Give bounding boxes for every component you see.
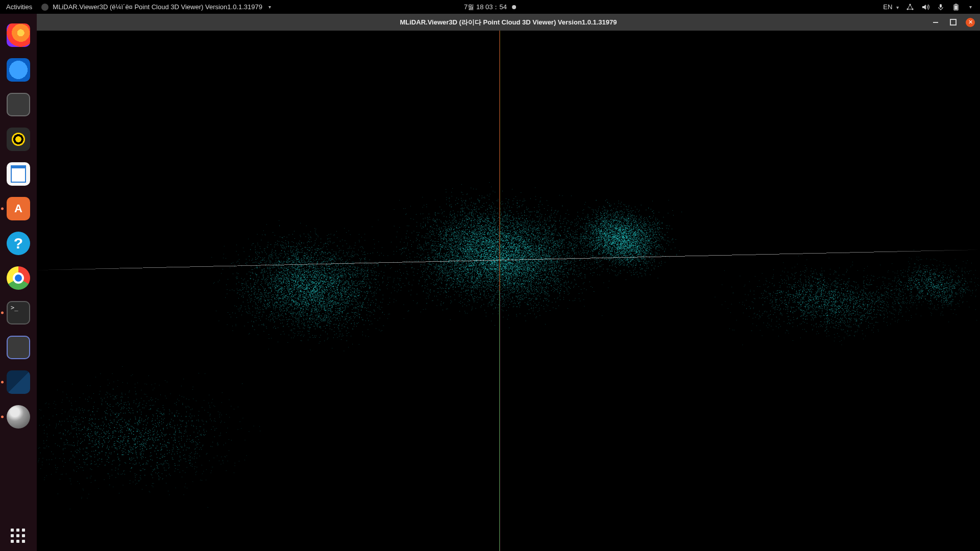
window-title: MLiDAR.Viewer3D (라이다 Point Cloud 3D View… (400, 18, 617, 27)
network-icon[interactable] (906, 3, 914, 11)
chevron-down-icon: ▾ (896, 5, 899, 10)
app-menu[interactable]: MLiDAR.Viewer3D (ë¼ì´ë¤ Point Cloud 3D V… (41, 3, 271, 11)
dock-item-chrome[interactable] (5, 265, 32, 291)
dock-item-mlidar[interactable] (5, 404, 32, 430)
dock-item-writer[interactable] (5, 161, 32, 187)
microphone-icon[interactable] (937, 3, 945, 11)
chrome-icon (7, 266, 30, 290)
axis-vertical (499, 31, 500, 551)
image-viewer-icon (7, 370, 30, 394)
pointcloud-canvas (37, 31, 980, 551)
clock[interactable]: 7월 18 03：54 (464, 3, 516, 12)
mlidar-icon (7, 405, 30, 429)
pointcloud-viewport[interactable] (37, 31, 980, 551)
show-applications-button[interactable] (0, 529, 37, 544)
app-menu-label: MLiDAR.Viewer3D (ë¼ì´ë¤ Point Cloud 3D V… (53, 3, 262, 11)
gnome-topbar: Activities MLiDAR.Viewer3D (ë¼ì´ë¤ Point… (0, 0, 980, 14)
dock-item-software[interactable] (5, 195, 32, 222)
screenshot-icon (7, 336, 30, 359)
help-icon: ? (7, 232, 30, 255)
chevron-down-icon: ▾ (268, 4, 271, 10)
dock-item-image-viewer[interactable] (5, 369, 32, 395)
rhythmbox-icon (7, 128, 30, 151)
dock-item-rhythmbox[interactable] (5, 126, 32, 153)
window-minimize-button[interactable] (931, 18, 940, 27)
dock-item-screenshot[interactable] (5, 334, 32, 361)
window-close-button[interactable] (966, 18, 975, 27)
mlidar-window: MLiDAR.Viewer3D (라이다 Point Cloud 3D View… (37, 14, 980, 551)
terminal-icon (7, 301, 30, 324)
dock-item-firefox[interactable] (5, 22, 32, 48)
thunderbird-icon (7, 58, 30, 82)
firefox-icon (7, 23, 30, 47)
activities-button[interactable]: Activities (6, 3, 32, 11)
apps-grid-icon (11, 529, 26, 544)
axis-aux-down-icon (500, 291, 500, 551)
dock-item-terminal[interactable] (5, 299, 32, 326)
notification-dot-icon (512, 5, 516, 9)
dock-item-help[interactable]: ? (5, 230, 32, 257)
ubuntu-dock: ? (0, 14, 37, 551)
svg-rect-6 (954, 5, 958, 9)
input-source-button[interactable]: EN ▾ (883, 3, 899, 11)
svg-rect-5 (955, 4, 957, 5)
software-icon (7, 197, 30, 220)
app-menu-icon (41, 4, 48, 11)
battery-icon[interactable] (952, 3, 960, 11)
writer-icon (7, 162, 30, 186)
dock-item-files[interactable] (5, 91, 32, 118)
axis-aux-up-icon (500, 31, 500, 291)
window-titlebar[interactable]: MLiDAR.Viewer3D (라이다 Point Cloud 3D View… (37, 14, 980, 31)
system-menu-chevron-icon[interactable]: ▾ (969, 4, 972, 10)
input-source-label: EN (883, 3, 892, 11)
window-maximize-button[interactable] (948, 18, 958, 27)
svg-rect-3 (940, 4, 942, 8)
volume-icon[interactable] (921, 3, 929, 11)
files-icon (7, 93, 30, 116)
dock-item-thunderbird[interactable] (5, 57, 32, 83)
clock-label: 7월 18 03：54 (464, 3, 507, 12)
